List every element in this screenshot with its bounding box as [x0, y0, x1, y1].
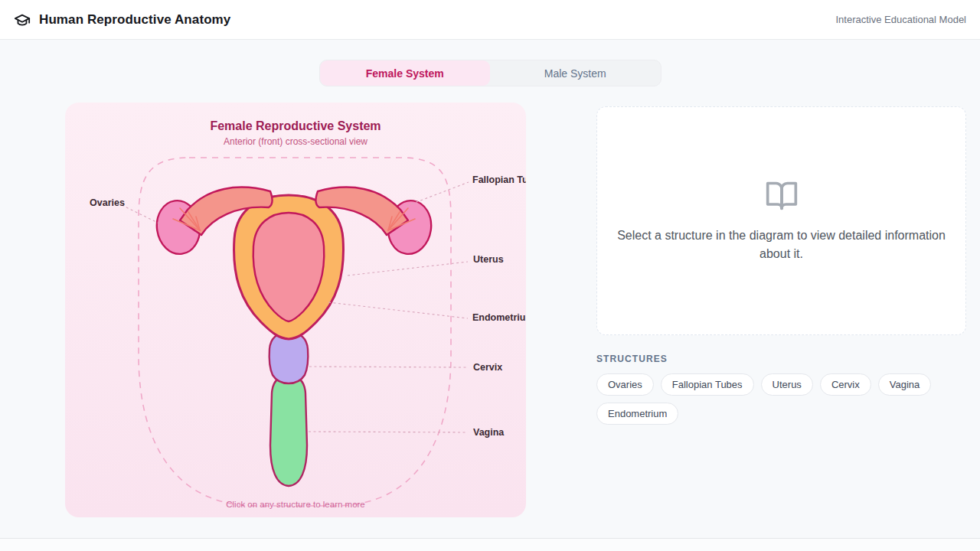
diagram-card: Female Reproductive System Anterior (fro…: [65, 103, 526, 517]
label-endometrium: Endometrium: [472, 312, 526, 323]
tab-male-system[interactable]: Male System: [490, 60, 661, 86]
right-column: Select a structure in the diagram to vie…: [596, 106, 966, 425]
book-open-icon: [765, 179, 799, 213]
app-header: Human Reproductive Anatomy Interactive E…: [0, 0, 980, 40]
tab-female-system[interactable]: Female System: [320, 60, 491, 86]
anatomy-diagram: Ovaries Fallopian Tubes Uterus Endometri…: [65, 103, 526, 517]
leader-ovaries: [122, 205, 159, 223]
diagram-header: Female Reproductive System Anterior (fro…: [65, 119, 526, 147]
chip-ovaries[interactable]: Ovaries: [596, 373, 654, 396]
label-cervix: Cervix: [473, 362, 502, 373]
leader-fallopian-tubes: [407, 182, 469, 206]
leader-cervix: [309, 367, 468, 367]
footer-divider: [0, 538, 980, 551]
page: Human Reproductive Anatomy Interactive E…: [0, 0, 980, 551]
diagram-subtitle: Anterior (front) cross-sectional view: [65, 136, 526, 147]
structure-chips: Ovaries Fallopian Tubes Uterus Cervix Va…: [596, 373, 966, 425]
label-ovaries: Ovaries: [90, 197, 125, 208]
leader-uterus: [348, 262, 468, 276]
structures-section: STRUCTURES Ovaries Fallopian Tubes Uteru…: [596, 354, 966, 425]
label-vagina: Vagina: [473, 427, 505, 438]
diagram-hint: Click on any structure to learn more: [226, 500, 365, 509]
chip-endometrium[interactable]: Endometrium: [596, 403, 678, 425]
chip-cervix[interactable]: Cervix: [820, 373, 871, 396]
empty-state-message: Select a structure in the diagram to vie…: [612, 227, 952, 262]
label-uterus: Uterus: [473, 254, 504, 265]
label-fallopian-tubes: Fallopian Tubes: [472, 174, 526, 185]
chip-fallopian-tubes[interactable]: Fallopian Tubes: [661, 373, 754, 396]
vagina-shape[interactable]: [270, 376, 307, 486]
chip-vagina[interactable]: Vagina: [878, 373, 932, 396]
graduation-cap-icon: [14, 11, 31, 28]
diagram-title: Female Reproductive System: [65, 119, 526, 133]
leader-endometrium: [328, 302, 468, 318]
system-tabs: Female System Male System: [319, 60, 662, 86]
structures-heading: STRUCTURES: [596, 354, 966, 364]
info-panel: Select a structure in the diagram to vie…: [596, 106, 966, 335]
main-content: Female Reproductive System Anterior (fro…: [0, 103, 980, 517]
chip-uterus[interactable]: Uterus: [761, 373, 813, 396]
page-title: Human Reproductive Anatomy: [39, 12, 230, 28]
header-tagline: Interactive Educational Model: [835, 14, 966, 25]
leader-vagina: [309, 432, 468, 432]
tabs-row: Female System Male System: [0, 60, 980, 86]
